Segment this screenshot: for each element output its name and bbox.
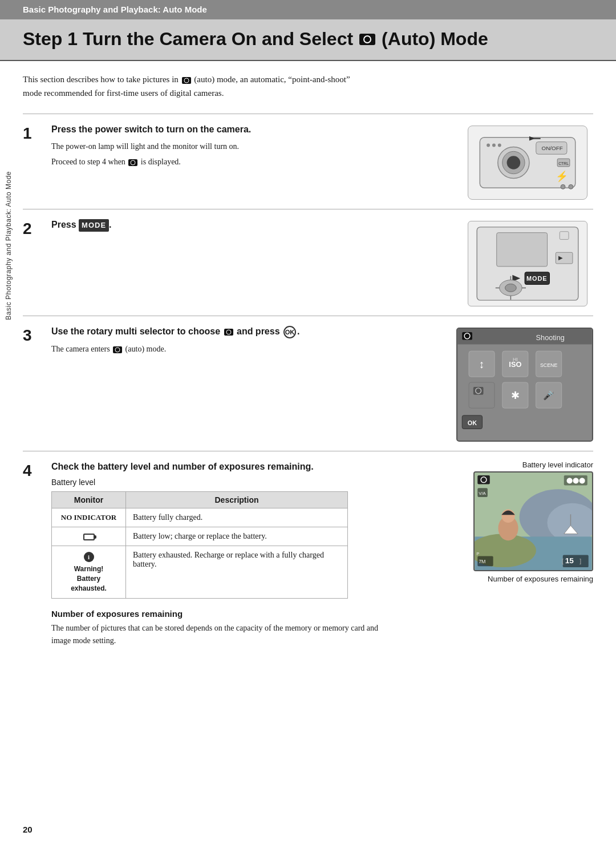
svg-rect-42 xyxy=(469,382,495,408)
warning-label: Warning!Batteryexhausted. xyxy=(71,565,107,592)
svg-point-25 xyxy=(505,284,517,292)
step-1-content: Press the power switch to turn on the ca… xyxy=(51,123,462,200)
svg-point-3 xyxy=(507,156,521,169)
no-indicator-label: NO INDICATOR xyxy=(61,513,116,522)
svg-text:▶: ▶ xyxy=(558,255,563,261)
table-row: NO INDICATOR Battery fully charged. xyxy=(52,508,348,527)
table-col2-header: Description xyxy=(126,492,348,508)
svg-point-8 xyxy=(498,144,501,147)
svg-text:V/A: V/A xyxy=(479,491,486,496)
camera-icon-step1 xyxy=(128,159,137,166)
step-4: 4 Check the battery level and number of … xyxy=(23,451,593,657)
header-label: Basic Photography and Playback: Auto Mod… xyxy=(23,5,207,14)
svg-text:7M: 7M xyxy=(479,559,485,564)
svg-text:OK: OK xyxy=(468,419,477,426)
camera-auto-icon xyxy=(359,34,375,45)
table-cell-desc-1: Battery fully charged. xyxy=(126,508,348,527)
svg-text:↕: ↕ xyxy=(479,358,485,370)
svg-point-14 xyxy=(561,184,565,189)
table-col1-header: Monitor xyxy=(52,492,126,508)
battery-level-label: Battery level xyxy=(51,478,456,487)
svg-point-6 xyxy=(487,144,490,147)
table-cell-monitor-1: NO INDICATOR xyxy=(52,508,126,527)
page-title: Step 1 Turn the Camera On and Select (Au… xyxy=(23,29,593,50)
step-1: 1 Press the power switch to turn on the … xyxy=(23,114,593,209)
svg-text:]: ] xyxy=(579,557,581,564)
camera-top-svg: ON/OFF CTRL ⚡ xyxy=(468,126,587,200)
battery-indicator-label: Battery level indicator xyxy=(522,461,593,469)
camera-icon-step3b xyxy=(113,346,122,353)
table-cell-desc-3: Battery exhausted. Recharge or replace w… xyxy=(126,546,348,598)
camera-display-svg: ⬤⬤⬤ 7M P 15 [ ] V/A xyxy=(473,471,593,571)
step-3-detail: The camera enters (auto) mode. xyxy=(51,343,445,356)
svg-text:✱: ✱ xyxy=(511,390,520,401)
table-row: Battery low; charge or replace the batte… xyxy=(52,527,348,546)
intro-text: This section describes how to take pictu… xyxy=(23,72,365,100)
step-3-instruction: Use the rotary multi selector to choose … xyxy=(51,325,445,338)
table-cell-monitor-3: i Warning!Batteryexhausted. xyxy=(52,546,126,598)
step-1-instruction: Press the power switch to turn on the ca… xyxy=(51,123,451,136)
table-cell-desc-2: Battery low; charge or replace the batte… xyxy=(126,527,348,546)
camera-icon-step3 xyxy=(224,329,233,336)
page-number: 20 xyxy=(23,825,33,834)
mode-button-label: MODE xyxy=(79,219,109,232)
step-4-image-col: Battery level indicator xyxy=(468,461,593,583)
step-3: 3 Use the rotary multi selector to choos… xyxy=(23,316,593,451)
step-3-content: Use the rotary multi selector to choose … xyxy=(51,325,456,442)
title-prefix: Step 1 Turn the Camera On and Select xyxy=(23,29,353,50)
sidebar-label: Basic Photography and Playback: Auto Mod… xyxy=(5,171,13,320)
warning-icon: i xyxy=(84,552,94,562)
battery-low-icon xyxy=(83,534,95,540)
svg-rect-23 xyxy=(560,232,569,240)
svg-text:🎤: 🎤 xyxy=(543,390,554,401)
title-suffix: (Auto) Mode xyxy=(382,29,488,50)
svg-text:ON/OFF: ON/OFF xyxy=(542,145,563,151)
svg-text:⬤⬤⬤: ⬤⬤⬤ xyxy=(566,477,585,484)
camera-back-svg: MODE ▶ xyxy=(468,221,587,306)
number-exposures-heading: Number of exposures remaining xyxy=(51,609,456,619)
step-4-instruction: Check the battery level and number of ex… xyxy=(51,461,456,473)
number-exposures-text: The number of pictures that can be store… xyxy=(51,622,394,648)
svg-text:HI: HI xyxy=(513,357,518,362)
svg-point-7 xyxy=(492,144,496,147)
step-3-number: 3 xyxy=(23,325,51,442)
camera-icon-intro xyxy=(182,77,191,84)
svg-text:⚡: ⚡ xyxy=(556,170,569,183)
header-bar: Basic Photography and Playback: Auto Mod… xyxy=(0,0,616,19)
step-3-image: Shooting ↕ ISO HI SCENE ✱ 🎤 xyxy=(456,325,593,442)
ok-button-label: OK xyxy=(283,326,296,338)
svg-rect-17 xyxy=(497,233,548,266)
step-2-number: 2 xyxy=(23,219,51,306)
step-1-image: ON/OFF CTRL ⚡ xyxy=(462,123,593,200)
table-cell-monitor-2 xyxy=(52,527,126,546)
step-4-number: 4 xyxy=(23,461,51,480)
table-row: i Warning!Batteryexhausted. Battery exha… xyxy=(52,546,348,598)
step-1-detail-1: The power-on lamp will light and the mon… xyxy=(51,140,451,153)
svg-text:P: P xyxy=(476,551,479,556)
camera-menu-svg: Shooting ↕ ISO HI SCENE ✱ 🎤 xyxy=(456,328,593,442)
svg-text:Shooting: Shooting xyxy=(536,333,565,342)
step-2-instruction: Press MODE. xyxy=(51,219,451,232)
step-4-content: Check the battery level and number of ex… xyxy=(51,461,468,648)
battery-table: Monitor Description NO INDICATOR Battery… xyxy=(51,491,348,598)
svg-text:15: 15 xyxy=(565,556,574,565)
svg-point-15 xyxy=(569,184,573,189)
step-1-detail-2: Proceed to step 4 when is displayed. xyxy=(51,156,451,168)
number-exposures-remaining-label: Number of exposures remaining xyxy=(488,575,593,583)
svg-text:MODE: MODE xyxy=(526,275,547,282)
step-2: 2 Press MODE. MODE ▶ xyxy=(23,209,593,316)
svg-text:CTRL: CTRL xyxy=(558,161,569,165)
title-section: Step 1 Turn the Camera On and Select (Au… xyxy=(0,19,616,61)
main-content: This section describes how to take pictu… xyxy=(0,61,616,668)
svg-rect-31 xyxy=(457,329,591,344)
step-2-content: Press MODE. xyxy=(51,219,462,306)
step-1-number: 1 xyxy=(23,123,51,200)
svg-text:SCENE: SCENE xyxy=(540,362,557,368)
step-2-image: MODE ▶ xyxy=(462,219,593,306)
